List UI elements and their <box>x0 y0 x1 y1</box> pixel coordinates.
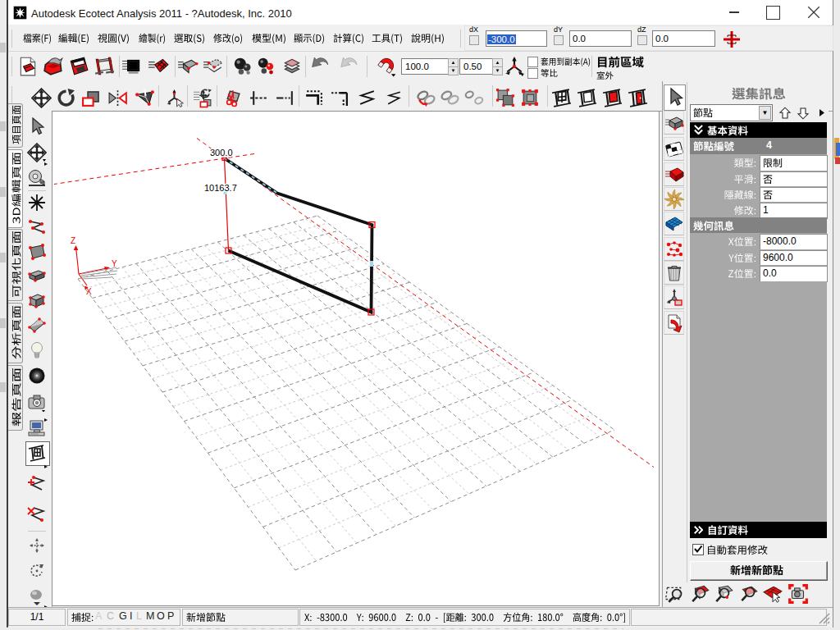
svg-text:Y: Y <box>112 259 117 268</box>
svg-text:Z: Z <box>71 236 75 245</box>
svg-text:10163.7: 10163.7 <box>204 183 237 193</box>
svg-text:300.0: 300.0 <box>210 148 233 158</box>
svg-text:X: X <box>86 287 92 296</box>
